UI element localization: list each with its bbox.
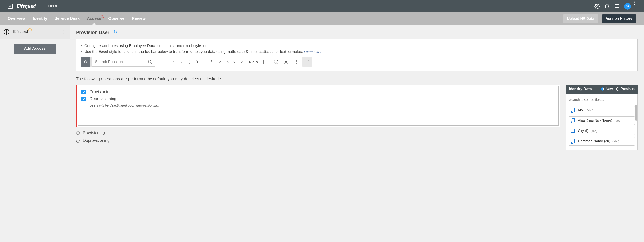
help-icon[interactable]: ? — [112, 30, 116, 34]
operator-button[interactable]: <= — [232, 57, 239, 66]
gear-icon[interactable] — [594, 4, 600, 9]
radio-new[interactable] — [601, 88, 604, 91]
field-icon — [571, 118, 575, 123]
headset-icon[interactable] — [604, 4, 610, 9]
section-label: Deprovisioning — [83, 138, 110, 143]
avatar[interactable]: SP — [624, 3, 631, 10]
svg-point-2 — [148, 60, 151, 63]
field-type: (abc) — [590, 129, 597, 133]
checkbox-note: Users will be deactivated upon deprovisi… — [90, 104, 555, 107]
text-icon[interactable] — [281, 57, 292, 66]
operator-button[interactable]: = — [201, 57, 208, 66]
add-access-button[interactable]: Add Access — [14, 44, 56, 54]
book-icon[interactable] — [614, 4, 620, 9]
search-icon[interactable] — [148, 60, 152, 64]
field-name: Common Name (cn) — [578, 139, 610, 143]
operator-button[interactable]: / — [178, 57, 186, 66]
clock-icon[interactable] — [271, 57, 281, 66]
search-function-input[interactable] — [95, 60, 152, 64]
operator-button[interactable]: < — [224, 57, 232, 66]
learn-more-link[interactable]: Learn more — [304, 50, 321, 54]
operator-button[interactable]: >= — [239, 57, 247, 66]
field-name: Alias (mailNickName) — [578, 118, 612, 122]
radio-new-label[interactable]: New — [606, 87, 613, 91]
fx-icon: ƒx — [81, 57, 90, 66]
status-badge: Draft — [48, 4, 57, 8]
alert-icon: ! — [101, 14, 104, 18]
warning-icon: ! — [28, 28, 32, 32]
field-name: Mail — [578, 108, 584, 112]
operations-description: The following operations are performed b… — [76, 77, 638, 82]
field-icon — [571, 129, 575, 133]
collapse-icon — [76, 139, 80, 142]
identity-search-input[interactable] — [568, 96, 635, 103]
kebab-menu-icon[interactable]: ⋮ — [61, 29, 66, 34]
nav-tab-observe[interactable]: Observe — [108, 12, 124, 25]
checkbox-deprovisioning[interactable] — [82, 97, 86, 101]
operations-highlight-box: ProvisioningDeprovisioningUsers will be … — [76, 84, 560, 127]
operator-button[interactable]: * — [170, 57, 178, 66]
instruction-bullet: Use the Excel-style functions in the too… — [84, 49, 633, 55]
version-history-button[interactable]: Version History — [602, 14, 636, 23]
nav-tab-access[interactable]: Access! — [87, 12, 101, 25]
grid-icon[interactable] — [260, 57, 271, 66]
alert-icon[interactable] — [633, 1, 636, 5]
field-icon — [571, 139, 575, 144]
operator-button[interactable]: > — [216, 57, 224, 66]
cube-icon — [3, 28, 10, 35]
radio-previous[interactable] — [616, 88, 619, 91]
instruction-bullet: Configure attributes using Employee Data… — [84, 43, 633, 49]
sidebar-app-name: Elfsquad — [13, 30, 28, 34]
brain-icon[interactable] — [302, 57, 312, 66]
brand-name: Elfsquad — [17, 4, 36, 9]
checkbox-label: Provisioning — [90, 90, 112, 94]
nav-tab-identity[interactable]: Identity — [33, 12, 47, 25]
section-toggle-provisioning[interactable]: Provisioning — [76, 130, 560, 135]
page-title: Provision User — [76, 30, 109, 35]
identity-field-item[interactable]: Alias (mailNickName)(abc) — [568, 116, 635, 125]
field-type: (abc) — [614, 119, 621, 122]
nav-tab-service-desk[interactable]: Service Desk — [54, 12, 80, 25]
upload-hr-data-button[interactable]: Upload HR Data — [563, 14, 598, 23]
operator-button[interactable]: ( — [186, 57, 193, 66]
nav-tab-review[interactable]: Review — [132, 12, 146, 25]
section-label: Provisioning — [83, 130, 105, 135]
info-icon[interactable] — [292, 57, 302, 66]
identity-field-item[interactable]: City (l)(abc) — [568, 126, 635, 135]
scrollbar[interactable] — [635, 105, 637, 120]
back-button[interactable] — [8, 4, 12, 9]
nav-tab-overview[interactable]: Overview — [8, 12, 26, 25]
resize-handle[interactable] — [90, 57, 92, 66]
field-name: City (l) — [578, 129, 588, 133]
checkbox-label: Deprovisioning — [90, 96, 116, 101]
section-toggle-deprovisioning[interactable]: Deprovisioning — [76, 138, 560, 143]
svg-point-6 — [306, 61, 308, 63]
field-type: (abc) — [586, 109, 593, 112]
identity-field-item[interactable]: Common Name (cn)(abc) — [568, 137, 635, 146]
prev-button[interactable]: PREV — [247, 57, 260, 66]
svg-point-5 — [296, 60, 297, 61]
operator-button[interactable]: + — [155, 57, 163, 66]
operator-button[interactable]: != — [208, 57, 216, 66]
sidebar-app-item[interactable]: Elfsquad ! ⋮ — [0, 25, 70, 39]
identity-field-item[interactable]: Mail(abc) — [568, 106, 635, 114]
svg-point-0 — [596, 6, 598, 7]
field-type: (abc) — [612, 140, 619, 143]
collapse-icon — [76, 131, 80, 135]
checkbox-provisioning[interactable] — [82, 90, 86, 94]
identity-panel-title: Identity Data — [569, 87, 592, 91]
radio-previous-label[interactable]: Previous — [620, 87, 634, 91]
operator-button[interactable]: − — [163, 57, 170, 66]
field-icon — [571, 108, 575, 112]
operator-button[interactable]: ) — [193, 57, 201, 66]
